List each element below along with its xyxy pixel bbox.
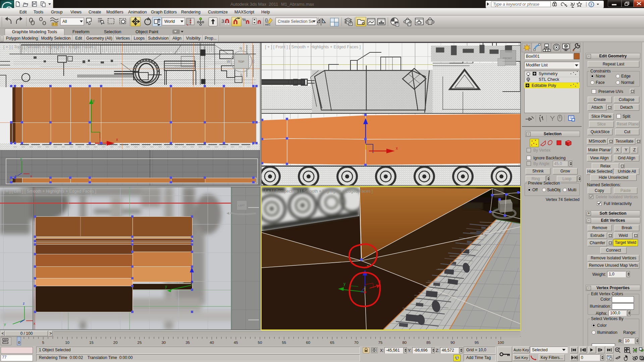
- svg-text:y: y: [165, 284, 167, 289]
- svg-text:W: W: [227, 59, 230, 63]
- svg-text:65: 65: [330, 341, 334, 345]
- svg-text:z: z: [23, 301, 25, 305]
- svg-text:x: x: [116, 137, 118, 142]
- svg-text:World: World: [164, 19, 175, 24]
- svg-text:35: 35: [185, 341, 190, 345]
- svg-text:0: 0: [18, 341, 20, 345]
- svg-text:TOP: TOP: [238, 60, 244, 63]
- svg-text:25: 25: [138, 341, 142, 345]
- svg-text:?: ?: [590, 2, 592, 7]
- svg-text:z: z: [15, 174, 17, 178]
- svg-text:y: y: [20, 157, 22, 161]
- svg-text:10: 10: [65, 341, 69, 345]
- svg-text:S: S: [240, 73, 243, 77]
- svg-text:[ + ] [ Front ] [ Smooth + Hig: [ + ] [ Front ] [ Smooth + Highlights + …: [265, 45, 361, 49]
- svg-text:y: y: [93, 98, 95, 103]
- svg-text:y: y: [343, 281, 345, 286]
- svg-text:Symmetry: Symmetry: [539, 71, 558, 76]
- svg-text:55: 55: [282, 341, 286, 345]
- svg-text:5: 5: [42, 341, 44, 345]
- svg-text:3: 3: [221, 18, 224, 24]
- svg-text:[ + ] [ Perspective ] [ Smooth: [ + ] [ Perspective ] [ Smooth + Highlig…: [265, 189, 373, 194]
- svg-text:95: 95: [475, 341, 479, 345]
- svg-text:15: 15: [89, 341, 94, 345]
- svg-text:20: 20: [113, 341, 118, 345]
- svg-text:%: %: [242, 17, 246, 22]
- svg-text:Create Selection Se: Create Selection Se: [278, 19, 314, 24]
- svg-text:100: 100: [497, 341, 504, 345]
- svg-text:y: y: [4, 322, 6, 326]
- svg-text:60: 60: [306, 341, 310, 345]
- svg-text:E: E: [252, 59, 255, 63]
- svg-text:x: x: [396, 146, 398, 151]
- svg-text:x: x: [34, 321, 36, 325]
- svg-text:z: z: [368, 118, 370, 122]
- svg-text:N: N: [239, 46, 242, 50]
- svg-text:[ + ] [ Top ] [ Smooth + Highl: [ + ] [ Top ] [ Smooth + Highlights + Ed…: [3, 45, 96, 49]
- svg-text:45: 45: [234, 341, 238, 345]
- svg-text:x: x: [30, 174, 32, 178]
- svg-text:All: All: [62, 19, 67, 24]
- svg-text:FRONT: FRONT: [503, 57, 512, 60]
- svg-text:75: 75: [378, 341, 383, 345]
- svg-text:STL Check: STL Check: [539, 77, 559, 82]
- svg-text:70: 70: [354, 341, 359, 345]
- svg-text:40: 40: [210, 341, 214, 345]
- svg-text:Editable Poly: Editable Poly: [532, 83, 556, 88]
- svg-text:30: 30: [161, 341, 166, 345]
- svg-text:{}: {}: [265, 17, 268, 22]
- svg-text:[ + ] [ Left ] [ Smooth + High: [ + ] [ Left ] [ Smooth + Highlights + E…: [3, 189, 96, 194]
- svg-text:50: 50: [258, 341, 262, 345]
- svg-text:LEFT: LEFT: [238, 204, 245, 207]
- svg-text:90: 90: [450, 341, 455, 345]
- svg-text:85: 85: [426, 341, 431, 345]
- svg-text:80: 80: [402, 341, 407, 345]
